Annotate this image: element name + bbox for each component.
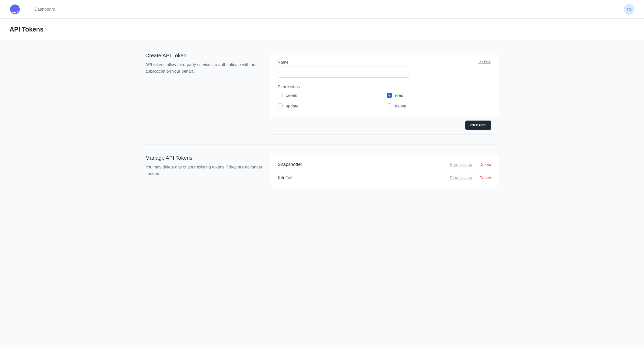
section-divider: [145, 145, 499, 145]
permissions-link[interactable]: Permissions: [450, 176, 472, 180]
create-section-description: Create API Token API tokens allow third-…: [145, 52, 263, 134]
manage-section-description: Manage API Tokens You may delete any of …: [145, 155, 263, 188]
watermark-icon: [479, 61, 481, 63]
create-panel-body: Name Permissions create: [270, 52, 499, 116]
create-panel-wrap: mb4.ru Name Permissions create: [270, 52, 499, 134]
page-header: API Tokens: [0, 19, 644, 40]
manage-heading: Manage API Tokens: [145, 155, 263, 161]
create-heading: Create API Token: [145, 52, 263, 59]
token-name: Snapshotter: [278, 162, 302, 167]
name-label: Name: [278, 60, 491, 65]
watermark-text: mb4.ru: [482, 60, 490, 63]
create-button[interactable]: CREATE: [465, 121, 491, 130]
checkbox-read[interactable]: [387, 93, 392, 98]
nav-header: Dashboard TO: [0, 0, 644, 19]
main-container: Create API Token API tokens allow third-…: [136, 40, 508, 200]
manage-panel: Snapshotter Permissions Delete KiteTail …: [270, 155, 499, 188]
delete-link[interactable]: Delete: [479, 176, 491, 180]
permission-create: create: [278, 93, 382, 98]
permission-delete-label[interactable]: delete: [395, 104, 406, 108]
permission-update-label[interactable]: update: [286, 104, 298, 108]
manage-panel-wrap: Snapshotter Permissions Delete KiteTail …: [270, 155, 499, 188]
permission-delete: delete: [387, 103, 491, 108]
nav-link-dashboard[interactable]: Dashboard: [34, 7, 55, 12]
table-row: KiteTail Permissions Delete: [270, 171, 499, 185]
token-actions: Permissions Delete: [450, 176, 491, 180]
checkbox-update[interactable]: [278, 103, 283, 108]
permissions-label: Permissions: [278, 85, 491, 89]
create-section: Create API Token API tokens allow third-…: [145, 52, 499, 134]
permission-update: update: [278, 103, 382, 108]
create-panel-footer: CREATE: [270, 116, 499, 134]
token-name: KiteTail: [278, 175, 292, 181]
manage-description: You may delete any of your existing toke…: [145, 164, 263, 177]
permission-read-label[interactable]: read: [395, 93, 403, 98]
permissions-link[interactable]: Permissions: [450, 162, 472, 167]
create-description: API tokens allow third-party services to…: [145, 62, 263, 74]
manage-section: Manage API Tokens You may delete any of …: [145, 155, 499, 188]
table-row: Snapshotter Permissions Delete: [270, 158, 499, 171]
name-input[interactable]: [278, 67, 410, 78]
checkbox-create[interactable]: [278, 93, 283, 98]
token-actions: Permissions Delete: [450, 162, 491, 167]
watermark: mb4.ru: [478, 60, 491, 64]
delete-link[interactable]: Delete: [479, 162, 491, 167]
token-list: Snapshotter Permissions Delete KiteTail …: [270, 155, 499, 188]
permission-read: read: [387, 93, 491, 98]
app-logo[interactable]: [10, 4, 20, 15]
avatar[interactable]: TO: [624, 4, 634, 15]
logo-icon: [10, 4, 20, 15]
permissions-grid: create read update: [278, 93, 491, 108]
page-title: API Tokens: [10, 26, 634, 33]
checkbox-delete[interactable]: [387, 103, 392, 108]
permission-create-label[interactable]: create: [286, 93, 297, 98]
create-panel: mb4.ru Name Permissions create: [270, 52, 499, 134]
nav-left: Dashboard: [10, 4, 55, 15]
